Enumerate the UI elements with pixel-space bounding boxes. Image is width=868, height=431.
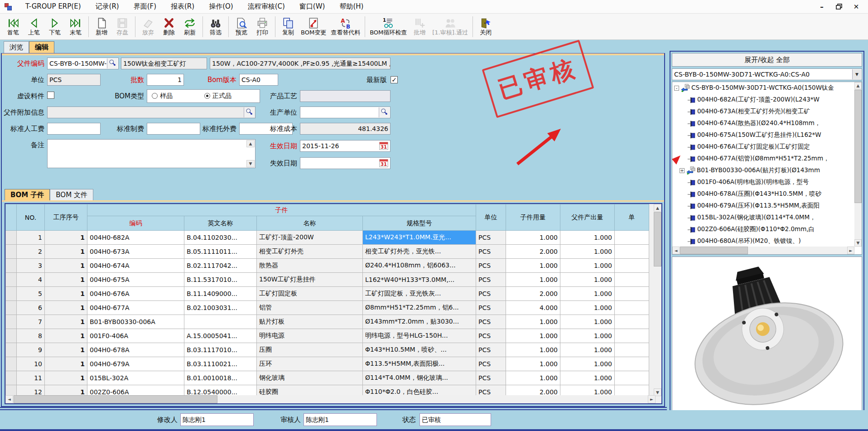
cell-parent-qty[interactable]: 1.000 xyxy=(560,245,615,259)
cell-en-name[interactable]: B.05.1111011... xyxy=(184,245,257,259)
cell-extra[interactable] xyxy=(615,343,649,357)
toolbar-button-print[interactable]: 打印 xyxy=(252,15,273,39)
cell-seq[interactable]: 1 xyxy=(45,273,87,287)
tree-item[interactable]: 002Z0-606A(硅胶圈)(Φ110*Φ2.0mm,白 xyxy=(672,223,862,235)
bom-table-vscrollbar[interactable]: ▲ ▼ xyxy=(654,204,661,396)
tree-item[interactable]: -CS-BYB-0-150MW-30D71-WCTKG-A0(150W钛金 xyxy=(672,82,862,94)
cell-unit[interactable]: PCS xyxy=(476,329,506,343)
cell-en-name[interactable]: A.15.0005041... xyxy=(184,329,257,343)
tab-bom-children[interactable]: BOM 子件 xyxy=(5,189,50,200)
toolbar-button-substitute[interactable]: AB查看替代料 xyxy=(328,15,362,39)
parent-code-lookup-button[interactable] xyxy=(107,58,118,68)
cell-extra[interactable] xyxy=(615,231,649,245)
tree-item[interactable]: 004H0-675A(150W工矿灯悬挂件)(L162*W xyxy=(672,129,862,141)
cell-seq[interactable]: 1 xyxy=(45,343,87,357)
hscroll-thumb[interactable] xyxy=(680,247,748,254)
cell-en-name[interactable]: B.02.1003031... xyxy=(184,301,257,315)
cell-no[interactable]: 3 xyxy=(17,259,45,273)
cell-name[interactable]: 压圈 xyxy=(257,343,363,357)
cell-qty[interactable]: 4.000 xyxy=(506,301,560,315)
parent-extra-field[interactable] xyxy=(47,107,256,118)
cell-name[interactable]: 压环 xyxy=(257,357,363,371)
toolbar-button-next-record[interactable]: 下笔 xyxy=(44,15,65,39)
toolbar-button-preview[interactable]: 预览 xyxy=(231,15,252,39)
cell-name[interactable]: 散热器 xyxy=(257,259,363,273)
chevron-down-icon[interactable]: ▼ xyxy=(852,69,861,79)
cell-seq[interactable]: 1 xyxy=(45,329,87,343)
cell-extra[interactable] xyxy=(615,245,649,259)
cell-no[interactable]: 1 xyxy=(17,231,45,245)
row-selector[interactable] xyxy=(6,357,17,371)
cell-spec[interactable]: Φ113.5*H5MM,表面阳极... xyxy=(363,357,476,371)
cell-name[interactable]: 150W工矿灯悬挂件 xyxy=(257,273,363,287)
cell-unit[interactable]: PCS xyxy=(476,371,506,385)
scroll-down-arrow[interactable]: ▼ xyxy=(854,239,862,247)
batch-input[interactable]: 1 xyxy=(147,74,184,86)
row-selector[interactable] xyxy=(6,343,17,357)
bom-version-input[interactable]: CS-A0 xyxy=(239,74,278,86)
cell-seq[interactable]: 1 xyxy=(45,259,87,273)
cell-code[interactable]: 004H0-674A xyxy=(87,259,184,273)
cell-extra[interactable] xyxy=(615,273,649,287)
cell-unit[interactable]: PCS xyxy=(476,273,506,287)
cell-en-name[interactable]: B.04.1102030... xyxy=(184,231,257,245)
cell-spec[interactable]: L243*W243*T1.0MM.亚光... xyxy=(363,231,476,245)
cell-no[interactable]: 7 xyxy=(17,315,45,329)
tree-item[interactable]: +B01-BYB00330-006A(贴片灯板)(Ø143mm xyxy=(672,165,862,176)
latest-version-checkbox[interactable]: ✓ xyxy=(391,76,398,83)
tree-item[interactable]: 004H0-679A(压环)(Φ113.5*H5MM,表面阳 xyxy=(672,200,862,212)
toolbar-button-refresh[interactable]: 刷新 xyxy=(179,15,200,39)
toolbar-button-copy[interactable]: 复制 xyxy=(278,15,299,39)
menu-item-7[interactable]: 帮助(H) xyxy=(332,0,371,13)
menu-item-2[interactable]: 界面(F) xyxy=(126,0,164,13)
cell-qty[interactable]: 2.000 xyxy=(506,287,560,301)
cell-parent-qty[interactable]: 1.000 xyxy=(560,273,615,287)
cell-spec[interactable]: Φ143*H10.5MM，喷砂、... xyxy=(363,343,476,357)
cell-name[interactable]: 铝管 xyxy=(257,301,363,315)
cell-parent-qty[interactable]: 1.000 xyxy=(560,301,615,315)
cell-parent-qty[interactable]: 1.000 xyxy=(560,287,615,301)
menu-item-0[interactable]: T-GROUP ERP(E) xyxy=(18,0,88,13)
cell-code[interactable]: 004H0-682A xyxy=(87,231,184,245)
cell-unit[interactable]: PCS xyxy=(476,259,506,273)
toolbar-button-bom-loop[interactable]: 1BOM循环检查 xyxy=(367,15,409,39)
cell-code[interactable]: 004H0-676A xyxy=(87,287,184,301)
cell-no[interactable]: 4 xyxy=(17,273,45,287)
cell-code[interactable]: 001F0-406A xyxy=(87,329,184,343)
cell-extra[interactable] xyxy=(615,329,649,343)
cell-no[interactable]: 11 xyxy=(17,371,45,385)
cell-en-name[interactable]: B.01.0010018... xyxy=(184,371,257,385)
cell-parent-qty[interactable]: 1.000 xyxy=(560,315,615,329)
cell-en-name[interactable]: B.03.1110021... xyxy=(184,357,257,371)
cell-seq[interactable]: 1 xyxy=(45,245,87,259)
cell-no[interactable]: 5 xyxy=(17,287,45,301)
row-selector[interactable] xyxy=(6,273,17,287)
cell-seq[interactable]: 1 xyxy=(45,287,87,301)
effective-date-input[interactable]: 2015-11-26 31 xyxy=(300,140,391,152)
expire-date-input[interactable]: 31 xyxy=(300,157,391,169)
cell-unit[interactable]: PCS xyxy=(476,231,506,245)
bom-version-combobox[interactable]: CS-BYB-0-150MW-30D71-WCTKG-A0:CS-A0 ▼ xyxy=(672,68,862,80)
cell-extra[interactable] xyxy=(615,357,649,371)
cell-en-name[interactable] xyxy=(184,315,257,329)
expire-date-calendar-button[interactable]: 31 xyxy=(379,158,390,168)
cell-extra[interactable] xyxy=(615,371,649,385)
minimize-button[interactable]: – xyxy=(816,2,827,11)
cell-seq[interactable]: 1 xyxy=(45,357,87,371)
cell-seq[interactable]: 1 xyxy=(45,371,87,385)
tree-hscrollbar[interactable]: ◄ ► xyxy=(672,247,854,254)
cell-code[interactable]: 004H0-678A xyxy=(87,343,184,357)
bom-type-sample-radio[interactable]: 样品 xyxy=(152,92,173,100)
row-selector[interactable] xyxy=(6,315,17,329)
cell-unit[interactable]: PCS xyxy=(476,357,506,371)
row-selector[interactable] xyxy=(6,287,17,301)
toolbar-button-close-form[interactable]: 关闭 xyxy=(475,15,496,39)
cell-qty[interactable]: 2.000 xyxy=(506,245,560,259)
menu-item-3[interactable]: 报表(R) xyxy=(164,0,202,13)
remark-scroll-up[interactable]: ▲ xyxy=(246,140,255,147)
menu-item-5[interactable]: 流程审核(C) xyxy=(241,0,292,13)
bom-table-hscrollbar[interactable]: ◄ ► xyxy=(5,395,656,403)
toolbar-button-bom-change[interactable]: BOM变更 xyxy=(299,15,328,39)
remark-scroll-down[interactable]: ▼ xyxy=(246,160,255,167)
restore-button[interactable] xyxy=(834,2,844,11)
